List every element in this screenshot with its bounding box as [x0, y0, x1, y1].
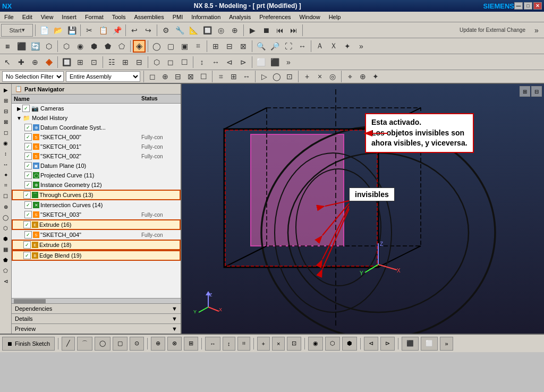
- check-intersection-curves[interactable]: ✓: [24, 201, 32, 209]
- filter-btn4[interactable]: ⊠: [185, 71, 196, 82]
- tree-item-datum-plane[interactable]: ✓ ▣ Datum Plane (10): [12, 161, 181, 171]
- status-point-btn[interactable]: ⊙: [130, 337, 144, 351]
- status-line-btn[interactable]: ╱: [62, 337, 75, 351]
- view-controls[interactable]: ⊞ ⊟: [520, 86, 542, 97]
- paste-button[interactable]: 📌: [110, 24, 123, 37]
- status-btn15[interactable]: ⬛: [402, 337, 419, 351]
- nav-hscrollbar-thumb[interactable]: [14, 299, 46, 303]
- lt-btn12[interactable]: ⊕: [1, 202, 11, 211]
- expand-cameras[interactable]: ▶: [16, 106, 22, 112]
- check-sketch000[interactable]: ✓: [24, 133, 32, 141]
- menu-help[interactable]: Help: [325, 13, 345, 21]
- tree-item-projected-curve[interactable]: ✓ ◯ Projected Curve (11): [12, 171, 181, 180]
- tb2-btn9[interactable]: ⌗: [192, 40, 205, 53]
- update-external-button[interactable]: Update for External Change: [456, 24, 529, 37]
- filter-btn3[interactable]: ⊟: [173, 71, 183, 82]
- tree-item-model-history[interactable]: ▼ 📁 Model History: [12, 113, 181, 123]
- tree-item-through-curves[interactable]: ✓ ⌒ Through Curves (13): [12, 190, 181, 200]
- assembly-filter-dropdown[interactable]: Entire Assembly: [66, 71, 140, 82]
- tb2-btn1[interactable]: ⬡: [60, 40, 73, 53]
- check-instance-geom[interactable]: ✓: [24, 181, 32, 189]
- save-button[interactable]: 💾: [65, 24, 78, 37]
- tb3-btn5[interactable]: 🔲: [60, 56, 73, 69]
- visible-toggle-button[interactable]: ◈: [133, 40, 146, 53]
- tb-btn-11[interactable]: ▶: [246, 24, 259, 37]
- menu-analysis[interactable]: Analysis: [225, 13, 255, 21]
- expand-model-history[interactable]: ▼: [16, 115, 22, 121]
- tb2-btn6[interactable]: ◯: [150, 40, 163, 53]
- tb2-btn19[interactable]: ✦: [341, 40, 354, 53]
- cut-button[interactable]: ✂: [83, 24, 96, 37]
- filter-btn17[interactable]: ✦: [370, 71, 381, 82]
- tb-btn-8[interactable]: 🔲: [201, 24, 214, 37]
- tb2-btn8[interactable]: ▣: [178, 40, 191, 53]
- toolbar-more-button[interactable]: »: [530, 24, 543, 37]
- view-btn2[interactable]: ⊟: [531, 86, 542, 97]
- tb3-btn16[interactable]: ⊲: [223, 56, 236, 69]
- tb3-btn10[interactable]: ⊟: [133, 56, 146, 69]
- lt-btn9[interactable]: ✦: [1, 170, 11, 180]
- tree-item-sketch003[interactable]: ✓ S "SKETCH_003" Fully-con: [12, 210, 181, 219]
- tb2-btn17[interactable]: Ａ: [313, 40, 326, 53]
- check-edge-blend[interactable]: ✓: [23, 252, 31, 259]
- check-through-curves[interactable]: ✓: [23, 191, 31, 199]
- filter-btn13[interactable]: ×: [314, 71, 325, 82]
- tb2-btn16[interactable]: ↔: [296, 40, 309, 53]
- sketch-btn[interactable]: ▦: [1, 40, 14, 53]
- nav-hscrollbar[interactable]: [12, 298, 181, 303]
- tb3-btn11[interactable]: ⬡: [150, 56, 163, 69]
- status-btn17[interactable]: »: [440, 337, 453, 351]
- filter-btn8[interactable]: ↔: [241, 71, 252, 82]
- filter-btn10[interactable]: ◯: [271, 71, 282, 82]
- menu-insert[interactable]: Insert: [57, 13, 81, 21]
- check-cameras[interactable]: ✓: [22, 105, 30, 112]
- tb2-btn12[interactable]: ⊠: [237, 40, 250, 53]
- check-datum-plane[interactable]: ✓: [24, 162, 32, 169]
- start-dropdown-button[interactable]: Start▾: [1, 24, 33, 37]
- lt-btn11[interactable]: ☐: [1, 191, 11, 201]
- tb2-btn3[interactable]: ⬢: [88, 40, 100, 53]
- status-btn10[interactable]: ◉: [308, 337, 323, 351]
- nav-tree[interactable]: ▶ ✓ 📷 Cameras ▼ 📁 Model History ✓ ⊕ Datu…: [12, 104, 181, 298]
- check-sketch004[interactable]: ✓: [24, 231, 32, 238]
- lt-btn13[interactable]: ◯: [1, 212, 11, 222]
- status-btn12[interactable]: ⬢: [342, 337, 357, 351]
- tb3-btn18[interactable]: ⬜: [254, 56, 267, 69]
- tb3-btn4[interactable]: ◈: [42, 56, 55, 69]
- tb2-btn5[interactable]: ⬠: [115, 40, 128, 53]
- tb-btn-5[interactable]: ⚙: [159, 24, 172, 37]
- menu-file[interactable]: File: [0, 13, 18, 21]
- status-btn8[interactable]: ×: [272, 337, 285, 351]
- viewport[interactable]: Z X Y Z X Y Esta activado. Los: [182, 84, 544, 334]
- tb-btn-13[interactable]: ⏮: [274, 24, 286, 37]
- tb3-btn15[interactable]: ↔: [209, 56, 222, 69]
- status-btn1[interactable]: ⊕: [151, 337, 165, 351]
- check-sketch002[interactable]: ✓: [24, 152, 32, 160]
- tree-item-instance-geom[interactable]: ✓ ⊕ Instance Geometry (12): [12, 180, 181, 190]
- tb3-btn19[interactable]: ⬛: [268, 56, 281, 69]
- view-btn1[interactable]: ⊞: [520, 86, 530, 97]
- extrude-btn[interactable]: ⬛: [15, 40, 28, 53]
- tb2-btn18[interactable]: Ｘ: [327, 40, 340, 53]
- lt-btn2[interactable]: ⊞: [1, 96, 11, 105]
- status-btn13[interactable]: ⊲: [364, 337, 378, 351]
- status-arc-btn[interactable]: ⌒: [77, 337, 92, 351]
- tb3-btn1[interactable]: ↖: [1, 56, 14, 69]
- status-btn2[interactable]: ⊗: [167, 337, 182, 351]
- tb2-btn14[interactable]: 🔎: [268, 40, 281, 53]
- tb3-btn2[interactable]: ✚: [15, 56, 28, 69]
- tb2-btn13[interactable]: 🔍: [254, 40, 267, 53]
- finish-sketch-button[interactable]: ⏹ Finish Sketch: [2, 337, 55, 351]
- filter-btn2[interactable]: ⊕: [160, 71, 171, 82]
- lt-btn18[interactable]: ⬠: [1, 266, 11, 275]
- filter-btn16[interactable]: ⊕: [358, 71, 368, 82]
- close-button[interactable]: ✕: [533, 2, 542, 10]
- tree-item-edge-blend[interactable]: ✓ B Edge Blend (19): [12, 250, 181, 261]
- status-btn3[interactable]: ⊞: [184, 337, 198, 351]
- tb2-btn7[interactable]: ▢: [164, 40, 177, 53]
- undo-button[interactable]: ↩: [128, 24, 141, 37]
- filter-btn7[interactable]: ⊞: [228, 71, 239, 82]
- lt-btn16[interactable]: ▦: [1, 244, 11, 254]
- lt-btn5[interactable]: ◻: [1, 127, 11, 137]
- tb2-btn20[interactable]: »: [355, 40, 368, 53]
